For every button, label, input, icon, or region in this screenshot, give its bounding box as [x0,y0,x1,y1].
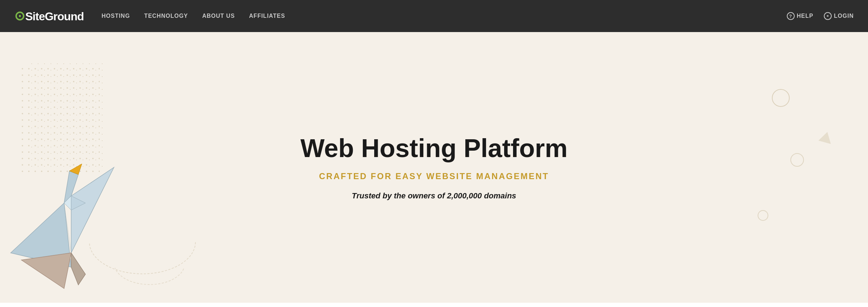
nav-link-hosting[interactable]: HOSTING [101,13,130,19]
hero-subtitle: CRAFTED FOR EASY WEBSITE MANAGEMENT [300,171,568,181]
hero-content: Web Hosting Platform CRAFTED FOR EASY WE… [300,134,568,200]
hero-title: Web Hosting Platform [300,134,568,162]
hero-section: Web Hosting Platform CRAFTED FOR EASY WE… [0,32,868,303]
nav-left: ⊙SiteGround HOSTING TECHNOLOGY ABOUT US … [14,9,285,24]
svg-marker-7 [71,253,85,285]
nav-right: ? HELP ⚬ LOGIN [787,12,854,20]
nav-item-technology[interactable]: TECHNOLOGY [144,13,188,19]
origami-bird-illustration [0,103,121,303]
deco-circle-large [772,89,790,107]
login-icon: ⚬ [824,12,832,20]
hero-tagline: Trusted by the owners of 2,000,000 domai… [300,191,568,201]
help-label: HELP [797,13,814,19]
nav-links: HOSTING TECHNOLOGY ABOUT US AFFILIATES [101,13,285,19]
svg-marker-6 [21,253,71,288]
navbar: ⊙SiteGround HOSTING TECHNOLOGY ABOUT US … [0,0,868,32]
logo-icon: ⊙ [14,9,25,23]
nav-link-technology[interactable]: TECHNOLOGY [144,13,188,19]
logo-site-text: SiteGround [25,10,84,23]
nav-item-about-us[interactable]: ABOUT US [202,13,235,19]
help-link[interactable]: ? HELP [787,12,814,20]
nav-item-affiliates[interactable]: AFFILIATES [249,13,285,19]
deco-circle-medium [790,153,804,167]
nav-link-affiliates[interactable]: AFFILIATES [249,13,285,19]
login-label: LOGIN [834,13,854,19]
nav-link-about-us[interactable]: ABOUT US [202,13,235,19]
deco-triangle [819,130,834,144]
logo[interactable]: ⊙SiteGround [14,9,84,24]
help-icon: ? [787,12,795,20]
login-link[interactable]: ⚬ LOGIN [824,12,854,20]
svg-marker-3 [71,167,114,253]
nav-item-hosting[interactable]: HOSTING [101,13,130,19]
deco-circle-small [758,210,768,221]
